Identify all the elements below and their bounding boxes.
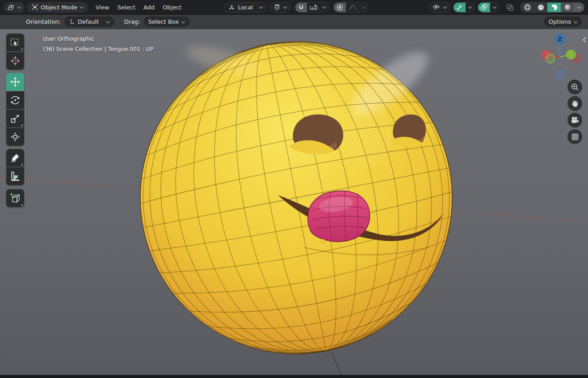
tool-settings-bar: Orientation: Default Drag: Select Box Op… bbox=[0, 15, 588, 29]
mode-label: Object Mode bbox=[41, 4, 77, 11]
viewport-3d[interactable]: User Orthographic (36) Scene Collection … bbox=[0, 29, 588, 375]
shading-mode-group bbox=[520, 2, 584, 13]
chevron-down-icon bbox=[443, 5, 447, 9]
tool-add-cube[interactable] bbox=[6, 189, 24, 207]
menu-view[interactable]: View bbox=[92, 2, 113, 13]
chevron-down-icon bbox=[468, 5, 472, 9]
proportional-falloff-dropdown[interactable] bbox=[360, 3, 368, 12]
tool-cursor[interactable] bbox=[6, 52, 24, 70]
options-label: Options bbox=[549, 18, 571, 25]
drag-label: Drag: bbox=[124, 18, 140, 25]
chevron-down-icon bbox=[259, 5, 263, 9]
chevron-down-icon bbox=[362, 5, 365, 9]
orientation-value: Default bbox=[78, 18, 104, 25]
tongue-object[interactable] bbox=[308, 191, 370, 242]
emoji-sphere-object[interactable] bbox=[113, 29, 479, 375]
snap-toggle-button[interactable] bbox=[295, 3, 307, 12]
transform-orientation-label: Local bbox=[238, 4, 256, 11]
snap-group bbox=[295, 2, 329, 13]
shading-rendered-button[interactable] bbox=[561, 3, 574, 12]
gizmo-axis-y-negative[interactable] bbox=[546, 55, 555, 63]
tool-scale[interactable] bbox=[6, 110, 24, 127]
show-overlays-toggle[interactable] bbox=[478, 3, 490, 12]
move-icon bbox=[10, 76, 21, 87]
cursor-icon bbox=[10, 55, 21, 66]
options-dropdown[interactable]: Options bbox=[544, 17, 582, 27]
snap-magnet-icon bbox=[298, 4, 304, 10]
snap-with-button[interactable] bbox=[307, 3, 320, 12]
editor-type-button[interactable] bbox=[4, 2, 25, 13]
viewport-header: Object Mode View Select Add Object Local bbox=[0, 0, 588, 15]
tool-measure[interactable] bbox=[6, 167, 24, 185]
proportional-editing-toggle[interactable] bbox=[334, 3, 346, 12]
shading-solid-button[interactable] bbox=[534, 3, 547, 12]
drag-value: Select Box bbox=[148, 18, 179, 25]
drag-dropdown[interactable]: Select Box bbox=[144, 17, 189, 27]
blender-window: Object Mode View Select Add Object Local bbox=[0, 0, 588, 378]
orientation-default-icon bbox=[69, 18, 75, 25]
proportional-editing-icon bbox=[336, 4, 343, 11]
measure-icon bbox=[10, 171, 21, 182]
gizmo-axis-z-negative[interactable] bbox=[556, 70, 564, 79]
show-gizmo-icon bbox=[456, 4, 463, 11]
viewport-nav-controls bbox=[567, 80, 582, 144]
chevron-down-icon bbox=[283, 5, 287, 9]
nose-bump-shading bbox=[348, 106, 392, 167]
perspective-toggle-button[interactable] bbox=[567, 129, 582, 144]
select-box-icon bbox=[10, 37, 21, 48]
gizmo-axis-z[interactable]: Z bbox=[555, 34, 565, 44]
grid-icon bbox=[571, 133, 579, 141]
tool-select-box[interactable] bbox=[6, 34, 24, 51]
zoom-button[interactable] bbox=[567, 80, 582, 94]
3d-viewport-editor-icon bbox=[7, 4, 15, 10]
transform-orientation-dropdown[interactable]: Local bbox=[224, 2, 267, 13]
shading-settings-dropdown[interactable] bbox=[574, 3, 584, 12]
snap-increment-icon bbox=[310, 4, 318, 10]
xray-icon bbox=[506, 4, 514, 11]
shading-wireframe-button[interactable] bbox=[521, 3, 534, 12]
object-mode-icon bbox=[32, 4, 38, 10]
gizmo-axis-y[interactable] bbox=[566, 50, 576, 59]
show-gizmo-toggle[interactable] bbox=[454, 3, 466, 12]
view-name-text: User Orthographic bbox=[43, 34, 153, 44]
show-overlays-icon bbox=[481, 4, 487, 11]
menu-select[interactable]: Select bbox=[113, 2, 139, 13]
transform-icon bbox=[10, 132, 21, 142]
pivot-point-dropdown[interactable] bbox=[270, 2, 290, 13]
mode-dropdown[interactable]: Object Mode bbox=[27, 2, 88, 13]
pan-button[interactable] bbox=[567, 96, 582, 111]
object-type-visibility-icon bbox=[432, 4, 441, 10]
chevron-down-icon bbox=[80, 5, 84, 9]
chevron-down-icon bbox=[17, 5, 21, 9]
tool-transform[interactable] bbox=[6, 128, 24, 146]
tool-annotate[interactable] bbox=[6, 149, 24, 167]
chevron-down-icon bbox=[574, 20, 577, 24]
toggle-xray-button[interactable] bbox=[504, 2, 516, 13]
menu-object[interactable]: Object bbox=[159, 2, 185, 13]
axis-navigation-gizmo[interactable]: Z bbox=[534, 29, 588, 83]
hand-icon bbox=[571, 99, 579, 108]
gizmo-toggle-group bbox=[453, 2, 475, 13]
proportional-edit-group bbox=[333, 2, 368, 13]
tool-move[interactable] bbox=[6, 73, 24, 91]
overlays-settings-dropdown[interactable] bbox=[490, 3, 499, 12]
scene-canvas[interactable] bbox=[0, 29, 588, 375]
menu-bar: View Select Add Object bbox=[92, 2, 185, 13]
zoom-icon bbox=[571, 83, 579, 91]
shading-material-preview-button[interactable] bbox=[547, 3, 561, 12]
orientation-label: Orientation: bbox=[26, 18, 61, 25]
tool-rotate[interactable] bbox=[6, 91, 24, 109]
snap-settings-dropdown[interactable] bbox=[320, 3, 328, 12]
object-visibility-dropdown[interactable] bbox=[428, 2, 450, 13]
gizmo-settings-dropdown[interactable] bbox=[466, 3, 475, 12]
menu-add[interactable]: Add bbox=[139, 2, 159, 13]
orientation-dropdown[interactable]: Default bbox=[64, 17, 114, 27]
shading-material-preview-icon bbox=[550, 4, 558, 11]
chevron-down-icon bbox=[323, 5, 326, 9]
open-sidebar-arrow[interactable] bbox=[581, 35, 588, 45]
proportional-falloff-button[interactable] bbox=[346, 3, 360, 12]
annotate-icon bbox=[10, 153, 21, 163]
chevron-down-icon bbox=[106, 20, 110, 24]
camera-view-button[interactable] bbox=[567, 113, 582, 127]
window-bottom-edge bbox=[0, 375, 588, 378]
